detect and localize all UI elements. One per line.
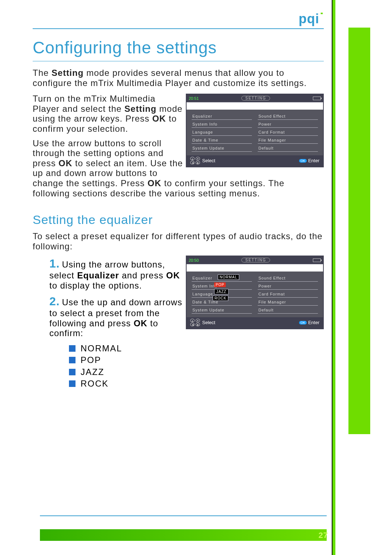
- dpad-icon: ▲▼◀▶: [190, 157, 201, 164]
- ok-icon: OK: [299, 159, 307, 163]
- device-titlebar: 20:50 SETTING: [187, 256, 323, 264]
- sidebar-divider: [332, 0, 335, 515]
- device-clock: 20:50: [189, 258, 199, 262]
- select-label: Select: [202, 320, 215, 325]
- step-number: 2.: [49, 295, 60, 308]
- menu-item: System Update: [192, 306, 252, 314]
- ok-icon: OK: [299, 321, 307, 325]
- menu-item: File Manager: [258, 136, 318, 144]
- device-clock: 20:51: [189, 96, 199, 101]
- preset-bullet: POP: [69, 354, 324, 366]
- brand-logo: pqi˙: [299, 10, 324, 26]
- page-number: 27: [319, 531, 328, 540]
- footer-bar: [40, 529, 327, 541]
- battery-icon: [313, 97, 321, 100]
- preset-bullet: NORMAL: [69, 343, 324, 354]
- menu-item: Equalizer: [192, 112, 252, 120]
- block-turn-on: 20:51 SETTING Equalizer Sound Effect Sys…: [33, 94, 324, 204]
- device-footer: ▲▼◀▶ Select OK Enter: [187, 155, 323, 167]
- menu-item: System Update: [192, 144, 252, 152]
- enter-label: Enter: [308, 158, 319, 163]
- page-footer: 27: [0, 515, 392, 555]
- preset-option: JAZZ: [214, 289, 229, 294]
- top-rule: [33, 28, 324, 29]
- device-footer: ▲▼◀▶ Select OK Enter: [187, 317, 323, 328]
- menu-item: System Info POP: [192, 282, 252, 290]
- device-white-strip: [187, 264, 323, 272]
- preset-bullet: ROCK: [69, 378, 324, 389]
- page-content: pqi˙ Configuring the settings The Settin…: [33, 0, 358, 389]
- menu-item: Default: [258, 144, 318, 152]
- select-label: Select: [202, 158, 215, 163]
- eq-steps-block: 20:50 SETTING Equalizer NORMAL Sound Eff…: [33, 257, 324, 389]
- preset-option: NORMAL: [218, 274, 239, 280]
- menu-item: System Info: [192, 120, 252, 128]
- square-bullet-icon: [69, 345, 75, 352]
- device-screenshot-settings: 20:51 SETTING Equalizer Sound Effect Sys…: [186, 94, 324, 167]
- menu-item: Default: [258, 306, 318, 314]
- eq-intro-paragraph: To select a preset equalizer for differe…: [33, 231, 324, 251]
- page-title: Configuring the settings: [33, 38, 358, 57]
- dpad-icon: ▲▼◀▶: [190, 319, 201, 326]
- menu-item: Card Format: [258, 290, 318, 298]
- menu-item: Card Format: [258, 128, 318, 136]
- intro-paragraph: The Setting mode provides several menus …: [33, 68, 324, 88]
- menu-item: Power: [258, 282, 318, 290]
- preset-bullet-list: NORMAL POP JAZZ ROCK: [69, 343, 324, 390]
- device-white-strip: [187, 102, 323, 110]
- square-bullet-icon: [69, 369, 75, 375]
- step-number: 1.: [49, 257, 60, 270]
- device-mode-badge: SETTING: [241, 258, 270, 262]
- subsection-title: Setting the equalizer: [33, 213, 358, 227]
- square-bullet-icon: [69, 357, 75, 363]
- menu-item: Date & Time: [192, 136, 252, 144]
- title-underline: [33, 61, 324, 61]
- device-menu-grid: Equalizer NORMAL Sound Effect System Inf…: [187, 272, 323, 317]
- enter-label: Enter: [308, 320, 319, 325]
- menu-item: Equalizer NORMAL: [192, 274, 252, 282]
- menu-item: Date & Time: [192, 298, 252, 306]
- device-titlebar: 20:51 SETTING: [187, 94, 323, 102]
- square-bullet-icon: [69, 380, 75, 387]
- preset-option-selected: POP: [214, 282, 226, 287]
- device-screenshot-equalizer: 20:50 SETTING Equalizer NORMAL Sound Eff…: [186, 256, 324, 329]
- footer-rule: [40, 515, 327, 516]
- device-menu-grid: Equalizer Sound Effect System Info Power…: [187, 110, 323, 155]
- menu-item: Power: [258, 120, 318, 128]
- battery-icon: [313, 258, 321, 262]
- menu-item: File Manager: [258, 298, 318, 306]
- menu-item: Language JAZZ ROCK: [192, 290, 252, 298]
- device-mode-badge: SETTING: [241, 96, 270, 101]
- sidebar-green-strip: [348, 28, 370, 434]
- footer-sidebar-divider: [332, 515, 335, 555]
- menu-item: Language: [192, 128, 252, 136]
- menu-item: Sound Effect: [258, 274, 318, 282]
- menu-item: Sound Effect: [258, 112, 318, 120]
- preset-bullet: JAZZ: [69, 366, 324, 378]
